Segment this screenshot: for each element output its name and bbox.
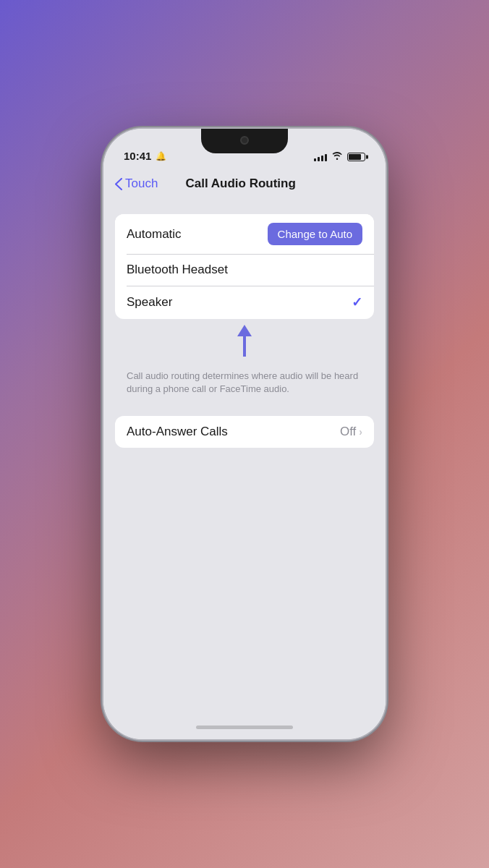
status-icons (314, 151, 365, 162)
screen: 10:41 🔔 (103, 129, 386, 739)
bluetooth-label: Bluetooth Headset (127, 263, 362, 277)
wifi-icon (331, 151, 343, 162)
bell-mute-icon: 🔔 (156, 151, 166, 161)
status-bar: 10:41 🔔 (103, 129, 386, 168)
auto-answer-label: Auto-Answer Calls (127, 425, 340, 439)
back-button[interactable]: Touch (115, 176, 158, 191)
status-time: 10:41 🔔 (124, 150, 166, 162)
content-area: Automatic Change to Auto Bluetooth Heads… (103, 200, 386, 715)
battery-icon (347, 153, 365, 161)
annotation-arrow (115, 325, 374, 361)
routing-description: Call audio routing determines where audi… (115, 364, 374, 404)
signal-icon (314, 153, 327, 161)
auto-answer-value: Off (340, 425, 356, 439)
back-label: Touch (125, 176, 158, 191)
home-bar (196, 726, 293, 729)
camera-dot (240, 136, 249, 145)
notch (201, 129, 288, 153)
audio-routing-group: Automatic Change to Auto Bluetooth Heads… (115, 214, 374, 319)
phone-frame: 10:41 🔔 (103, 129, 386, 739)
chevron-right-icon: › (359, 426, 362, 438)
auto-answer-group: Auto-Answer Calls Off › (115, 416, 374, 448)
change-to-auto-button[interactable]: Change to Auto (268, 223, 362, 245)
page-title: Call Audio Routing (158, 176, 323, 191)
speaker-option[interactable]: Speaker ✓ (115, 286, 374, 319)
bluetooth-option[interactable]: Bluetooth Headset (115, 254, 374, 286)
selected-checkmark: ✓ (352, 294, 362, 310)
automatic-option[interactable]: Automatic Change to Auto (115, 214, 374, 254)
up-arrow-icon (237, 325, 252, 361)
home-indicator (103, 715, 386, 739)
time-display: 10:41 (124, 150, 151, 162)
nav-bar: Touch Call Audio Routing (103, 168, 386, 200)
auto-answer-row[interactable]: Auto-Answer Calls Off › (115, 416, 374, 448)
speaker-label: Speaker (127, 295, 352, 310)
automatic-label: Automatic (127, 227, 268, 242)
